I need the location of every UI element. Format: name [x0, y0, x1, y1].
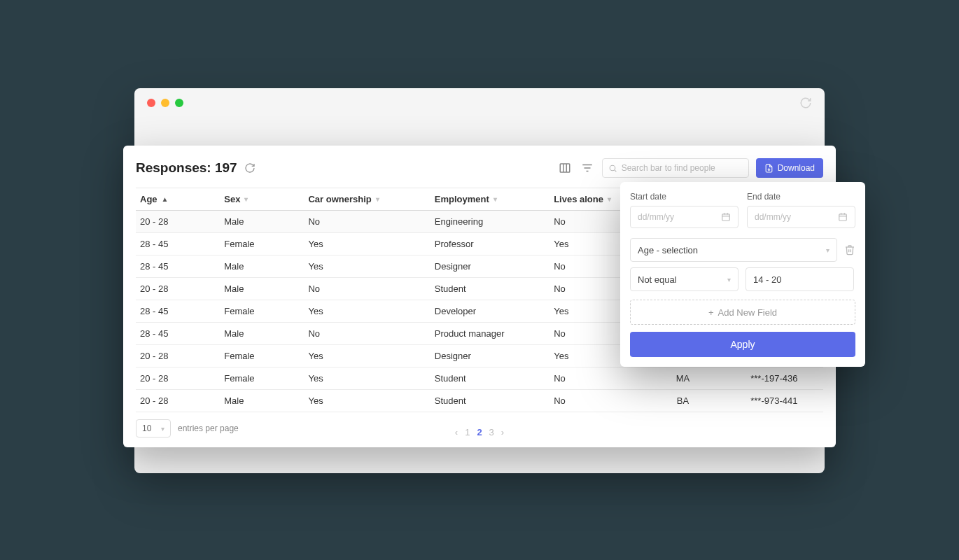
maximize-window-icon[interactable]: [175, 99, 183, 107]
chevron-down-icon: ▾: [608, 195, 611, 203]
table-cell: ***-973-441: [725, 390, 823, 412]
search-icon: [608, 164, 617, 173]
chevron-down-icon: ▾: [826, 246, 830, 254]
filter-value-input[interactable]: 14 - 20: [746, 267, 854, 291]
trash-icon[interactable]: [844, 244, 855, 255]
refresh-icon[interactable]: [244, 162, 255, 174]
table-cell: Male: [220, 323, 304, 345]
sort-asc-icon: ▲: [162, 195, 169, 203]
table-cell: 20 - 28: [136, 278, 220, 300]
svg-line-7: [615, 169, 616, 171]
column-header-age[interactable]: Age▲: [136, 188, 220, 211]
svg-rect-13: [839, 214, 847, 220]
table-cell: 28 - 45: [136, 323, 220, 345]
table-cell: 28 - 45: [136, 233, 220, 255]
panel-footer: 10 ▾ entries per page ‹ 1 2 3 ›: [136, 419, 823, 438]
table-cell: No: [304, 211, 430, 233]
table-cell: Yes: [304, 368, 430, 390]
download-label: Download: [778, 163, 815, 173]
table-cell: BA: [640, 390, 724, 412]
mac-traffic-lights: [147, 99, 183, 107]
table-cell: Product manager: [430, 323, 550, 345]
table-cell: Yes: [304, 390, 430, 412]
svg-rect-9: [722, 214, 730, 220]
close-window-icon[interactable]: [147, 99, 155, 107]
table-cell: MA: [640, 368, 724, 390]
table-cell: Engineering: [430, 211, 550, 233]
calendar-icon: [838, 212, 848, 222]
table-cell: Designer: [430, 255, 550, 278]
chevron-down-icon: ▾: [376, 195, 379, 203]
table-cell: Yes: [304, 345, 430, 368]
table-cell: No: [304, 278, 430, 300]
chevron-down-icon: ▾: [161, 425, 164, 433]
start-date-input[interactable]: dd/mm/yy: [630, 206, 738, 228]
table-cell: No: [550, 390, 640, 412]
table-cell: Female: [220, 300, 304, 323]
pagination-page-1[interactable]: 1: [465, 427, 470, 438]
table-cell: Professor: [430, 233, 550, 255]
chevron-down-icon: ▾: [244, 195, 248, 203]
start-date-label: Start date: [630, 192, 738, 202]
table-cell: Male: [220, 211, 304, 233]
add-field-button[interactable]: + Add New Field: [630, 300, 855, 325]
end-date-label: End date: [747, 192, 855, 202]
svg-rect-0: [560, 164, 570, 172]
table-cell: Student: [430, 278, 550, 300]
download-button[interactable]: Download: [756, 158, 823, 178]
table-cell: Student: [430, 390, 550, 412]
column-header-sex[interactable]: Sex▾: [220, 188, 304, 211]
pagination-page-2[interactable]: 2: [477, 427, 482, 438]
chevron-down-icon: ▾: [493, 195, 497, 203]
table-row[interactable]: 20 - 28MaleYesStudentNoBA***-973-441: [136, 390, 823, 412]
filter-popover: Start date dd/mm/yy End date dd/mm/yy Ag…: [620, 182, 865, 367]
table-cell: No: [550, 368, 640, 390]
table-cell: 28 - 45: [136, 300, 220, 323]
chevron-down-icon: ▾: [727, 276, 731, 284]
table-cell: No: [304, 323, 430, 345]
pagination: ‹ 1 2 3 ›: [455, 427, 504, 438]
download-icon: [764, 164, 774, 173]
entries-label: entries per page: [178, 424, 239, 433]
calendar-icon: [721, 212, 731, 222]
table-cell: Developer: [430, 300, 550, 323]
end-date-input[interactable]: dd/mm/yy: [747, 206, 855, 228]
columns-icon[interactable]: [557, 160, 573, 176]
search-input[interactable]: [602, 158, 749, 178]
pagination-next[interactable]: ›: [501, 427, 504, 438]
minimize-window-icon[interactable]: [161, 99, 169, 107]
plus-icon: +: [708, 307, 714, 318]
refresh-icon[interactable]: [799, 97, 812, 109]
table-cell: Yes: [304, 233, 430, 255]
table-cell: Female: [220, 233, 304, 255]
table-cell: Student: [430, 368, 550, 390]
page-title: Responses: 197: [136, 160, 237, 176]
table-cell: 20 - 28: [136, 211, 220, 233]
browser-titlebar: [134, 88, 825, 118]
table-cell: Yes: [304, 255, 430, 278]
table-cell: Male: [220, 390, 304, 412]
pagination-page-3[interactable]: 3: [489, 427, 494, 438]
entries-per-page-select[interactable]: 10 ▾: [136, 419, 171, 438]
table-cell: 20 - 28: [136, 345, 220, 368]
filter-field-select[interactable]: Age - selection ▾: [630, 238, 837, 262]
table-cell: Designer: [430, 345, 550, 368]
pagination-prev[interactable]: ‹: [455, 427, 458, 438]
filter-icon[interactable]: [580, 160, 595, 176]
svg-point-6: [610, 165, 615, 171]
table-cell: 20 - 28: [136, 390, 220, 412]
table-cell: Female: [220, 368, 304, 390]
table-cell: ***-197-436: [725, 368, 823, 390]
search-field[interactable]: [622, 163, 743, 173]
table-cell: 28 - 45: [136, 255, 220, 278]
panel-header: Responses: 197 Download: [136, 158, 823, 178]
table-cell: Male: [220, 278, 304, 300]
table-cell: Female: [220, 345, 304, 368]
table-cell: 20 - 28: [136, 368, 220, 390]
table-row[interactable]: 20 - 28FemaleYesStudentNoMA***-197-436: [136, 368, 823, 390]
column-header-employment[interactable]: Employment▾: [430, 188, 550, 211]
column-header-car[interactable]: Car ownership▾: [304, 188, 430, 211]
filter-operator-select[interactable]: Not equal ▾: [630, 267, 738, 291]
table-cell: Yes: [304, 300, 430, 323]
apply-button[interactable]: Apply: [630, 332, 855, 357]
